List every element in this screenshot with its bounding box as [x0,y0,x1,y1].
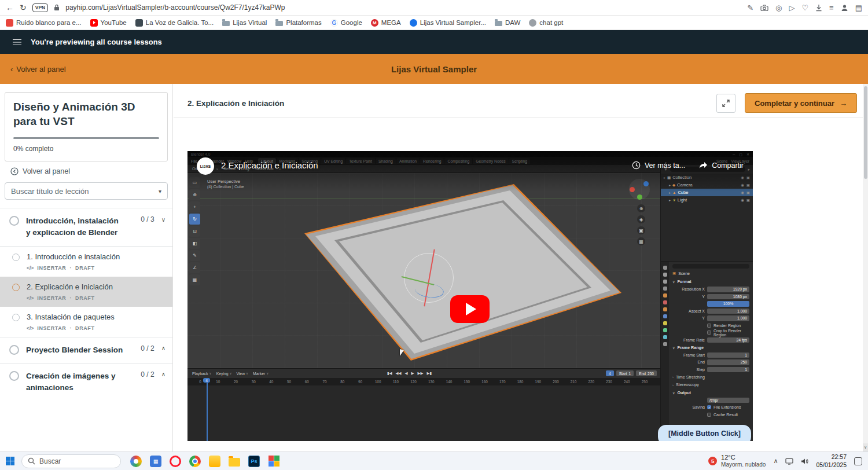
display-icon[interactable] [785,458,793,465]
prev-keyframe-icon[interactable]: ◀◀ [396,371,402,376]
props-path-field[interactable]: /tmp/ [707,398,749,403]
channel-avatar[interactable]: LIJAS [197,157,214,175]
properties-tab-particles[interactable] [663,321,667,325]
properties-search-input[interactable] [672,264,749,269]
bookmark-plataformas[interactable]: Plataformas [275,19,321,26]
back-to-panel-link[interactable]: ‹ Volver al panel [10,65,66,74]
scrollbar-down-arrow[interactable]: ∨ [863,443,868,451]
favorites-heart-icon[interactable]: ♡ [801,3,808,12]
taskbar-app-settings[interactable] [130,456,142,467]
taskbar-search-input[interactable]: Buscar [21,454,121,468]
props-value-field[interactable]: 24 fps [707,337,749,343]
section-header-creaci-n-de-im-genes-y-animaciones[interactable]: Creación de imágenes y animaciones0 / 2∧ [0,363,172,401]
downloads-icon[interactable] [815,4,822,12]
props-value-field[interactable]: 250 [707,359,749,365]
complete-continue-button[interactable]: Completar y continuar → [745,93,857,113]
taskbar-app-opera[interactable] [170,456,181,467]
properties-tab-physics[interactable] [663,328,667,332]
menu-icon[interactable] [13,39,21,46]
profile-icon[interactable] [841,4,848,12]
camera-icon[interactable] [760,5,768,11]
props-section-frame-range[interactable]: ∨Frame Range [672,344,749,352]
grid-toggle-icon[interactable]: ▦ [637,237,645,245]
properties-tab-world[interactable] [663,300,667,304]
video-title[interactable]: 2 Explicación e Iniciación [221,160,318,170]
fullscreen-button[interactable] [716,94,735,113]
current-frame-field[interactable]: 4 [606,370,614,376]
render-visibility-icon[interactable]: ▣ [746,190,750,195]
tool-rotate[interactable]: ↻ [189,214,200,225]
chevron-up-icon[interactable]: ∧ [161,371,165,377]
expand-icon[interactable]: ▸ [669,190,671,194]
start-button[interactable] [6,457,14,465]
bookmark-mega[interactable]: MMEGA [371,19,401,27]
section-header-introducci-n-instalaci-n-y-explicacion-de-blender[interactable]: Introducción, instalación y explicacion … [0,208,172,247]
taskbar-app-office[interactable] [268,456,279,467]
props-value-field[interactable]: 1.000 [707,315,749,321]
checkbox[interactable] [707,331,711,335]
vpn-badge[interactable]: VPN [32,3,48,12]
play-reverse-icon[interactable]: ◀ [405,371,408,376]
expand-icon[interactable]: ▸ [669,198,671,202]
outliner-item-cube[interactable]: ▸▲Cube◉▣ [661,189,753,196]
timeline-menu-view[interactable]: View∨ [236,372,248,376]
taskbar-clock[interactable]: 22:57 05/01/2025 [816,453,847,469]
props-section-stereoscopy[interactable]: ›Stereoscopy [672,381,749,389]
timeline-menu-playback[interactable]: Playback∨ [192,372,212,376]
play-icon[interactable]: ▶ [411,371,414,376]
bookmark-lijas-virtual[interactable]: Lijas Virtual [222,19,267,26]
bookmark-chat-gpt[interactable]: chat gpt [529,19,563,27]
taskbar-app-file-explorer[interactable] [229,458,240,467]
watch-later-button[interactable]: Ver más ta... [632,161,685,170]
frame-start-field[interactable]: Start1 [616,370,634,376]
properties-tab-output[interactable] [663,280,667,284]
jump-end-icon[interactable]: ▶▮ [427,371,432,376]
weather-widget[interactable]: 5 12°C Mayorm. nublado [708,454,766,468]
timeline-channels[interactable] [187,385,660,441]
lesson-search-select[interactable]: Buscar título de lección ▾ [5,182,168,200]
render-visibility-icon[interactable]: ▣ [746,198,750,203]
chevron-up-icon[interactable]: ∧ [161,345,165,351]
blender-viewport[interactable]: User Perspective (4) Collection | Cube ▭… [187,173,660,368]
tool-transform[interactable]: ◧ [189,238,200,249]
properties-tab-modifiers[interactable] [663,314,667,318]
bookmark-youtube[interactable]: YouTube [90,19,127,27]
tool-add-cube[interactable]: ▦ [189,274,200,285]
url-text[interactable]: payhip.com/LijasVirtualSampler/b-account… [65,3,285,12]
props-slider-field[interactable]: 100% [707,301,749,307]
camera-view-icon[interactable]: ▣ [637,226,645,234]
visibility-eye-icon[interactable]: ◉ [741,198,744,203]
check-badge-icon[interactable]: ◎ [775,3,782,12]
expand-icon[interactable]: ▸ [669,183,671,187]
visibility-eye-icon[interactable]: ◉ [741,190,744,195]
zoom-icon[interactable]: ⊕ [637,204,645,212]
section-header-proyecto-blender-session[interactable]: Proyecto Blender Session0 / 2∧ [0,337,172,363]
props-section-output[interactable]: ∨Output [672,389,749,397]
timeline-ruler[interactable]: 0102030405060708090100110120130140150160… [187,378,660,385]
notification-center-icon[interactable] [854,457,862,465]
bookmark-lijas-virtual-sampler[interactable]: Lijas Virtual Sampler... [410,19,486,27]
chevron-down-icon[interactable]: ∨ [161,216,165,223]
pan-icon[interactable]: ◈ [637,215,645,223]
checkbox[interactable] [707,405,711,409]
props-section-format[interactable]: ∨Format [672,278,749,286]
reading-list-icon[interactable]: ≡ [829,3,834,12]
properties-tab-render[interactable] [663,273,667,277]
taskbar-app-notes[interactable] [209,456,220,467]
sidebar-back-link[interactable]: Volver al panel [10,167,70,175]
props-value-field[interactable]: 1 [707,352,749,358]
play-button[interactable] [450,295,490,323]
bookmark-daw[interactable]: DAW [495,19,520,26]
lesson-item-1-introducci-n-e-instalaci-n[interactable]: 1. Introducción e instalación</>INSERTAR… [0,247,172,277]
jump-start-icon[interactable]: ▮◀ [387,371,392,376]
volume-icon[interactable] [801,458,808,465]
taskbar-app-chrome[interactable] [189,456,201,467]
bookmark-google[interactable]: GGoogle [330,19,362,27]
edit-icon[interactable]: ✎ [747,3,753,12]
timeline-menu-marker[interactable]: Marker∨ [253,372,269,376]
outliner-item-light[interactable]: ▸☀Light◉▣ [661,196,753,204]
bookmark-la-voz-de-galicia-to[interactable]: La Voz de Galicia. To... [135,19,214,27]
lesson-item-2-explicaci-n-e-iniciaci-n[interactable]: 2. Explicación e Iniciación</>INSERTAR·D… [0,277,172,307]
properties-tab-view-layer[interactable] [663,287,667,291]
props-value-field[interactable]: 1 [707,367,749,373]
